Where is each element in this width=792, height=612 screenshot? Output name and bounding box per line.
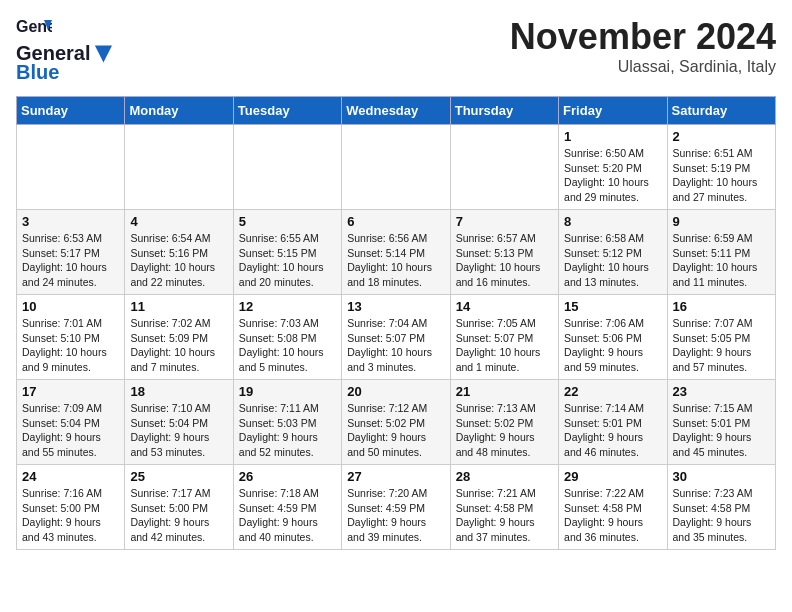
- day-info: Sunrise: 6:51 AM Sunset: 5:19 PM Dayligh…: [673, 146, 770, 205]
- calendar-cell: 26Sunrise: 7:18 AM Sunset: 4:59 PM Dayli…: [233, 465, 341, 550]
- calendar-cell: 29Sunrise: 7:22 AM Sunset: 4:58 PM Dayli…: [559, 465, 667, 550]
- calendar-cell: 28Sunrise: 7:21 AM Sunset: 4:58 PM Dayli…: [450, 465, 558, 550]
- calendar-cell: 11Sunrise: 7:02 AM Sunset: 5:09 PM Dayli…: [125, 295, 233, 380]
- calendar-cell: 10Sunrise: 7:01 AM Sunset: 5:10 PM Dayli…: [17, 295, 125, 380]
- day-info: Sunrise: 6:53 AM Sunset: 5:17 PM Dayligh…: [22, 231, 119, 290]
- day-number: 30: [673, 469, 770, 484]
- calendar-table: SundayMondayTuesdayWednesdayThursdayFrid…: [16, 96, 776, 550]
- calendar-cell: 24Sunrise: 7:16 AM Sunset: 5:00 PM Dayli…: [17, 465, 125, 550]
- day-info: Sunrise: 7:13 AM Sunset: 5:02 PM Dayligh…: [456, 401, 553, 460]
- calendar-cell: 25Sunrise: 7:17 AM Sunset: 5:00 PM Dayli…: [125, 465, 233, 550]
- calendar-cell: 8Sunrise: 6:58 AM Sunset: 5:12 PM Daylig…: [559, 210, 667, 295]
- day-info: Sunrise: 6:57 AM Sunset: 5:13 PM Dayligh…: [456, 231, 553, 290]
- calendar-cell: 30Sunrise: 7:23 AM Sunset: 4:58 PM Dayli…: [667, 465, 775, 550]
- location-title: Ulassai, Sardinia, Italy: [510, 58, 776, 76]
- day-number: 22: [564, 384, 661, 399]
- day-number: 14: [456, 299, 553, 314]
- day-number: 27: [347, 469, 444, 484]
- weekday-header: Tuesday: [233, 97, 341, 125]
- day-info: Sunrise: 6:58 AM Sunset: 5:12 PM Dayligh…: [564, 231, 661, 290]
- calendar-cell: 15Sunrise: 7:06 AM Sunset: 5:06 PM Dayli…: [559, 295, 667, 380]
- weekday-header: Saturday: [667, 97, 775, 125]
- day-info: Sunrise: 7:02 AM Sunset: 5:09 PM Dayligh…: [130, 316, 227, 375]
- calendar-cell: [233, 125, 341, 210]
- day-info: Sunrise: 6:50 AM Sunset: 5:20 PM Dayligh…: [564, 146, 661, 205]
- calendar-cell: [450, 125, 558, 210]
- calendar-header-row: SundayMondayTuesdayWednesdayThursdayFrid…: [17, 97, 776, 125]
- day-info: Sunrise: 7:03 AM Sunset: 5:08 PM Dayligh…: [239, 316, 336, 375]
- calendar-week-row: 24Sunrise: 7:16 AM Sunset: 5:00 PM Dayli…: [17, 465, 776, 550]
- day-info: Sunrise: 7:17 AM Sunset: 5:00 PM Dayligh…: [130, 486, 227, 545]
- day-info: Sunrise: 7:14 AM Sunset: 5:01 PM Dayligh…: [564, 401, 661, 460]
- day-number: 13: [347, 299, 444, 314]
- day-info: Sunrise: 7:16 AM Sunset: 5:00 PM Dayligh…: [22, 486, 119, 545]
- calendar-cell: [125, 125, 233, 210]
- calendar-cell: 6Sunrise: 6:56 AM Sunset: 5:14 PM Daylig…: [342, 210, 450, 295]
- weekday-header: Sunday: [17, 97, 125, 125]
- day-number: 3: [22, 214, 119, 229]
- day-info: Sunrise: 7:11 AM Sunset: 5:03 PM Dayligh…: [239, 401, 336, 460]
- calendar-cell: 7Sunrise: 6:57 AM Sunset: 5:13 PM Daylig…: [450, 210, 558, 295]
- calendar-cell: 21Sunrise: 7:13 AM Sunset: 5:02 PM Dayli…: [450, 380, 558, 465]
- weekday-header: Monday: [125, 97, 233, 125]
- day-info: Sunrise: 7:04 AM Sunset: 5:07 PM Dayligh…: [347, 316, 444, 375]
- calendar-cell: 5Sunrise: 6:55 AM Sunset: 5:15 PM Daylig…: [233, 210, 341, 295]
- calendar-cell: 3Sunrise: 6:53 AM Sunset: 5:17 PM Daylig…: [17, 210, 125, 295]
- day-info: Sunrise: 6:55 AM Sunset: 5:15 PM Dayligh…: [239, 231, 336, 290]
- day-number: 15: [564, 299, 661, 314]
- weekday-header: Thursday: [450, 97, 558, 125]
- day-number: 26: [239, 469, 336, 484]
- day-number: 29: [564, 469, 661, 484]
- day-info: Sunrise: 6:59 AM Sunset: 5:11 PM Dayligh…: [673, 231, 770, 290]
- month-title: November 2024: [510, 16, 776, 58]
- day-number: 4: [130, 214, 227, 229]
- day-number: 2: [673, 129, 770, 144]
- day-info: Sunrise: 6:56 AM Sunset: 5:14 PM Dayligh…: [347, 231, 444, 290]
- logo-blue: Blue: [16, 61, 59, 84]
- day-number: 9: [673, 214, 770, 229]
- logo-triangle: [90, 43, 112, 65]
- day-info: Sunrise: 7:09 AM Sunset: 5:04 PM Dayligh…: [22, 401, 119, 460]
- day-info: Sunrise: 7:10 AM Sunset: 5:04 PM Dayligh…: [130, 401, 227, 460]
- day-info: Sunrise: 7:21 AM Sunset: 4:58 PM Dayligh…: [456, 486, 553, 545]
- day-number: 12: [239, 299, 336, 314]
- day-info: Sunrise: 7:06 AM Sunset: 5:06 PM Dayligh…: [564, 316, 661, 375]
- calendar-week-row: 10Sunrise: 7:01 AM Sunset: 5:10 PM Dayli…: [17, 295, 776, 380]
- day-info: Sunrise: 7:22 AM Sunset: 4:58 PM Dayligh…: [564, 486, 661, 545]
- calendar-cell: 18Sunrise: 7:10 AM Sunset: 5:04 PM Dayli…: [125, 380, 233, 465]
- title-area: November 2024 Ulassai, Sardinia, Italy: [510, 16, 776, 76]
- day-number: 17: [22, 384, 119, 399]
- day-info: Sunrise: 7:15 AM Sunset: 5:01 PM Dayligh…: [673, 401, 770, 460]
- day-info: Sunrise: 7:23 AM Sunset: 4:58 PM Dayligh…: [673, 486, 770, 545]
- day-number: 11: [130, 299, 227, 314]
- weekday-header: Wednesday: [342, 97, 450, 125]
- day-number: 21: [456, 384, 553, 399]
- day-info: Sunrise: 7:07 AM Sunset: 5:05 PM Dayligh…: [673, 316, 770, 375]
- day-number: 10: [22, 299, 119, 314]
- calendar-cell: 13Sunrise: 7:04 AM Sunset: 5:07 PM Dayli…: [342, 295, 450, 380]
- day-number: 16: [673, 299, 770, 314]
- day-info: Sunrise: 6:54 AM Sunset: 5:16 PM Dayligh…: [130, 231, 227, 290]
- calendar-cell: [17, 125, 125, 210]
- calendar-cell: 16Sunrise: 7:07 AM Sunset: 5:05 PM Dayli…: [667, 295, 775, 380]
- day-number: 1: [564, 129, 661, 144]
- day-info: Sunrise: 7:05 AM Sunset: 5:07 PM Dayligh…: [456, 316, 553, 375]
- calendar-cell: 9Sunrise: 6:59 AM Sunset: 5:11 PM Daylig…: [667, 210, 775, 295]
- calendar-body: 1Sunrise: 6:50 AM Sunset: 5:20 PM Daylig…: [17, 125, 776, 550]
- day-info: Sunrise: 7:01 AM Sunset: 5:10 PM Dayligh…: [22, 316, 119, 375]
- day-number: 18: [130, 384, 227, 399]
- day-number: 19: [239, 384, 336, 399]
- calendar-cell: 12Sunrise: 7:03 AM Sunset: 5:08 PM Dayli…: [233, 295, 341, 380]
- calendar-cell: 20Sunrise: 7:12 AM Sunset: 5:02 PM Dayli…: [342, 380, 450, 465]
- calendar-cell: 14Sunrise: 7:05 AM Sunset: 5:07 PM Dayli…: [450, 295, 558, 380]
- logo: General General Blue: [16, 16, 112, 84]
- weekday-header: Friday: [559, 97, 667, 125]
- calendar-week-row: 3Sunrise: 6:53 AM Sunset: 5:17 PM Daylig…: [17, 210, 776, 295]
- day-number: 6: [347, 214, 444, 229]
- logo-icon: General: [16, 16, 52, 40]
- day-info: Sunrise: 7:12 AM Sunset: 5:02 PM Dayligh…: [347, 401, 444, 460]
- day-info: Sunrise: 7:18 AM Sunset: 4:59 PM Dayligh…: [239, 486, 336, 545]
- day-number: 28: [456, 469, 553, 484]
- calendar-week-row: 17Sunrise: 7:09 AM Sunset: 5:04 PM Dayli…: [17, 380, 776, 465]
- day-info: Sunrise: 7:20 AM Sunset: 4:59 PM Dayligh…: [347, 486, 444, 545]
